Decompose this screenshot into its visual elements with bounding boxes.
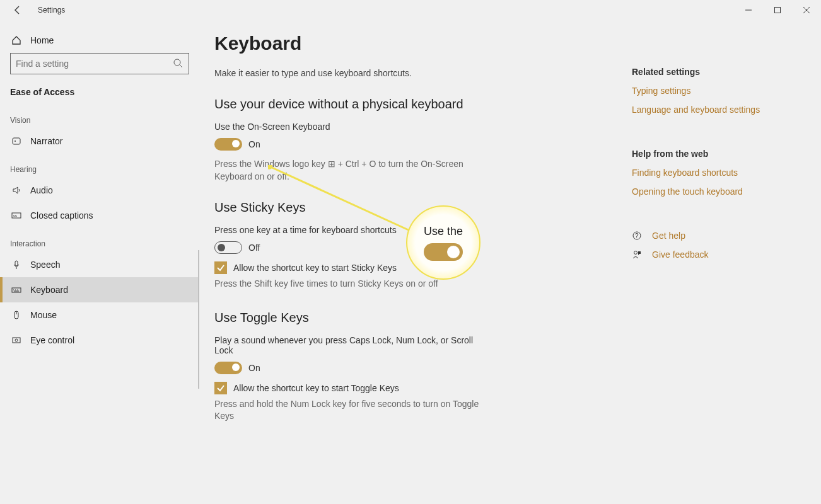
osk-toggle-state: On: [248, 139, 260, 149]
give-feedback-link[interactable]: Give feedback: [632, 249, 796, 260]
audio-icon: [10, 185, 23, 195]
svg-point-7: [15, 140, 16, 142]
minimize-button[interactable]: [734, 0, 763, 20]
togglekeys-label: Play a sound whenever you press Caps Loc…: [214, 335, 479, 355]
mic-icon: [10, 260, 23, 270]
sidebar-item-label: Audio: [30, 185, 53, 195]
svg-rect-6: [13, 138, 20, 144]
osk-label: Use the On-Screen Keyboard: [214, 122, 631, 132]
narrator-icon: [10, 136, 23, 146]
sidebar-item-label: Home: [30, 35, 54, 45]
sidebar-item-label: Narrator: [30, 136, 62, 146]
help-icon: ?: [632, 231, 644, 241]
page-title: Keyboard: [214, 33, 631, 54]
webhelp-heading: Help from the web: [632, 149, 796, 159]
svg-rect-1: [775, 8, 781, 13]
get-help-label: Get help: [652, 231, 685, 241]
sidebar-item-label: Speech: [30, 260, 60, 270]
checkmark-icon: [216, 263, 225, 272]
eye-icon: [10, 335, 23, 345]
sidebar-category: Ease of Access: [0, 79, 199, 105]
osk-hint: Press the Windows logo key ⊞ + Ctrl + O …: [214, 158, 479, 183]
sidebar-item-narrator[interactable]: Narrator: [0, 129, 199, 154]
captions-icon: cc: [10, 210, 23, 220]
sidebar-item-speech[interactable]: Speech: [0, 252, 199, 277]
sidebar-item-closed-captions[interactable]: cc Closed captions: [0, 203, 199, 228]
sticky-toggle-state: Off: [248, 243, 260, 253]
sidebar-item-audio[interactable]: Audio: [0, 178, 199, 203]
back-button[interactable]: [5, 0, 30, 20]
feedback-icon: [632, 249, 644, 260]
osk-heading: Use your device without a physical keybo…: [214, 97, 631, 112]
svg-rect-10: [15, 261, 18, 266]
sticky-label: Press one key at a time for keyboard sho…: [214, 225, 631, 235]
link-language-settings[interactable]: Language and keyboard settings: [632, 105, 796, 115]
give-feedback-label: Give feedback: [652, 249, 709, 260]
close-icon: [803, 7, 810, 13]
sticky-shortcut-checkbox[interactable]: [214, 261, 227, 274]
togglekeys-shortcut-checkbox[interactable]: [214, 382, 227, 394]
svg-line-5: [180, 65, 182, 67]
link-touch-keyboard[interactable]: Opening the touch keyboard: [632, 186, 796, 197]
close-button[interactable]: [792, 0, 821, 20]
sidebar-section-hearing: Hearing: [0, 154, 199, 178]
sidebar: Home Ease of Access Vision Narrator Hear…: [0, 20, 199, 504]
svg-point-4: [174, 59, 180, 66]
osk-toggle[interactable]: [214, 138, 242, 151]
main-content: Keyboard Make it easier to type and use …: [199, 20, 821, 504]
minimize-icon: [745, 7, 752, 13]
related-heading: Related settings: [632, 67, 796, 77]
mouse-icon: [10, 310, 23, 320]
home-icon: [10, 35, 23, 45]
sidebar-item-label: Closed captions: [30, 210, 93, 220]
sidebar-section-vision: Vision: [0, 105, 199, 129]
sidebar-item-label: Keyboard: [30, 285, 68, 295]
togglekeys-heading: Use Toggle Keys: [214, 311, 631, 325]
sticky-check-hint: Press the Shift key five times to turn S…: [214, 278, 479, 290]
search-icon: [173, 58, 183, 71]
window-title: Settings: [38, 6, 65, 14]
keyboard-icon: [10, 285, 23, 295]
svg-rect-19: [13, 338, 20, 343]
link-typing-settings[interactable]: Typing settings: [632, 86, 796, 96]
togglekeys-check-label: Allow the shortcut key to start Toggle K…: [233, 383, 399, 393]
sidebar-item-eye-control[interactable]: Eye control: [0, 328, 199, 353]
sidebar-item-label: Mouse: [30, 310, 57, 320]
right-pane: Related settings Typing settings Languag…: [632, 33, 796, 504]
titlebar: Settings: [0, 0, 821, 20]
svg-text:?: ?: [635, 232, 639, 239]
sticky-heading: Use Sticky Keys: [214, 200, 631, 215]
get-help-link[interactable]: ? Get help: [632, 231, 796, 241]
sidebar-item-mouse[interactable]: Mouse: [0, 302, 199, 328]
link-finding-shortcuts[interactable]: Finding keyboard shortcuts: [632, 168, 796, 178]
arrow-left-icon: [13, 5, 23, 15]
sidebar-section-interaction: Interaction: [0, 228, 199, 252]
search-container: [10, 53, 189, 74]
sticky-check-label: Allow the shortcut key to start Sticky K…: [233, 263, 397, 273]
window-controls: [734, 0, 821, 20]
page-intro: Make it easier to type and use keyboard …: [214, 68, 631, 78]
togglekeys-check-hint: Press and hold the Num Lock key for five…: [214, 398, 479, 423]
svg-text:cc: cc: [13, 214, 17, 217]
togglekeys-toggle[interactable]: [214, 362, 242, 374]
svg-point-20: [15, 339, 18, 341]
togglekeys-toggle-state: On: [248, 363, 260, 373]
sidebar-item-keyboard[interactable]: Keyboard: [0, 277, 199, 302]
maximize-button[interactable]: [763, 0, 792, 20]
sidebar-item-home[interactable]: Home: [0, 28, 199, 53]
sidebar-item-label: Eye control: [30, 335, 74, 345]
sticky-toggle[interactable]: [214, 241, 242, 254]
svg-point-23: [634, 251, 638, 255]
search-input[interactable]: [10, 53, 189, 74]
sidebar-scrollbar[interactable]: [198, 250, 199, 389]
maximize-icon: [774, 7, 781, 13]
checkmark-icon: [216, 384, 225, 392]
